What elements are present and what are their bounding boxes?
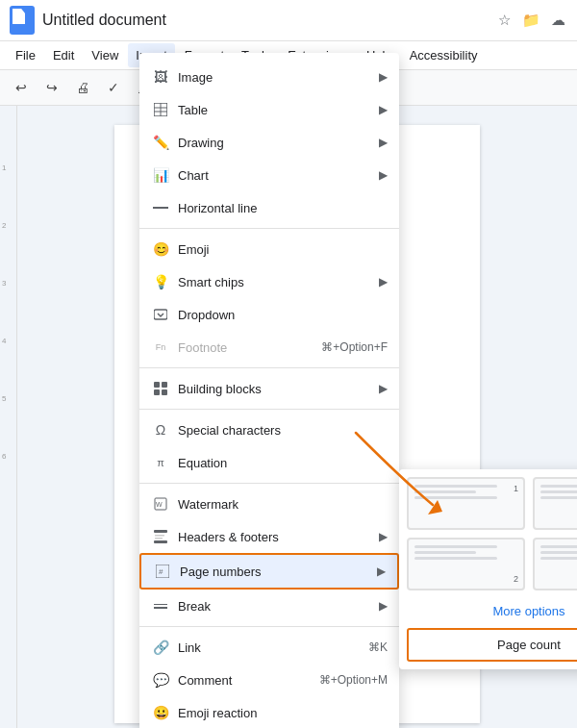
svg-rect-14 — [155, 538, 163, 540]
svg-rect-13 — [155, 535, 164, 537]
page-numbers-submenu: 1 1 2 — [399, 469, 577, 669]
menu-item-image[interactable]: 🖼 Image ▶ — [139, 61, 399, 93]
menu-item-buildingblocks[interactable]: Building blocks ▶ — [139, 372, 399, 405]
menu-file[interactable]: File — [8, 43, 43, 67]
doc-icon — [10, 6, 35, 35]
watermark-label: Watermark — [178, 497, 388, 512]
menu-section-4: Ω Special characters π Equation — [139, 410, 399, 484]
svg-rect-7 — [154, 389, 160, 395]
svg-rect-5 — [154, 382, 160, 388]
link-shortcut: ⌘K — [368, 640, 388, 654]
image-label: Image — [178, 70, 375, 85]
smartchips-arrow: ▶ — [379, 275, 388, 289]
pn-line-4 — [540, 485, 577, 488]
folder-icon[interactable]: 📁 — [521, 11, 540, 30]
menu-item-footnote: Fn Footnote ⌘+Option+F — [139, 331, 399, 364]
emoji-label: Emoji — [178, 242, 388, 257]
menu-item-drawing[interactable]: ✏️ Drawing ▶ — [139, 126, 399, 159]
menu-item-table[interactable]: Table ▶ — [139, 93, 399, 126]
emoji-icon: 😊 — [151, 239, 170, 259]
page-num-option-3[interactable]: 2 — [407, 538, 525, 590]
headersfooters-icon — [151, 527, 170, 546]
menu-item-emoji[interactable]: 😊 Emoji — [139, 233, 399, 265]
insert-dropdown-menu: 🖼 Image ▶ Table ▶ ✏️ Drawing ▶ 📊 Chart ▶… — [139, 53, 399, 728]
drawing-label: Drawing — [178, 136, 375, 150]
page-count-label: Page count — [497, 638, 561, 652]
hline-icon — [151, 198, 170, 217]
spellcheck-button[interactable]: ✓ — [100, 74, 127, 101]
menu-item-link[interactable]: 🔗 Link ⌘K — [139, 631, 399, 664]
menu-item-headersfooters[interactable]: Headers & footers ▶ — [139, 520, 399, 553]
menu-item-smartchips[interactable]: 💡 Smart chips ▶ — [139, 265, 399, 298]
menu-item-emojireaction[interactable]: 😀 Emoji reaction — [139, 696, 399, 728]
menu-item-comment[interactable]: 💬 Comment ⌘+Option+M — [139, 664, 399, 696]
buildingblocks-icon — [151, 379, 170, 398]
pn-line-1 — [414, 485, 497, 488]
menu-item-hline[interactable]: Horizontal line — [139, 191, 399, 224]
print-button[interactable]: 🖨 — [69, 74, 96, 101]
pn-line-10 — [540, 545, 577, 548]
comment-icon: 💬 — [151, 670, 170, 690]
menu-view[interactable]: View — [84, 43, 126, 67]
dropdown-label: Dropdown — [178, 308, 388, 322]
pn-line-9 — [414, 557, 497, 560]
chart-arrow: ▶ — [379, 168, 388, 182]
menu-accessibility[interactable]: Accessibility — [402, 43, 486, 67]
menu-item-chart[interactable]: 📊 Chart ▶ — [139, 159, 399, 191]
pagenumbers-arrow: ▶ — [377, 565, 386, 578]
menu-section-3: Building blocks ▶ — [139, 368, 399, 410]
svg-text:W: W — [156, 501, 163, 508]
smartchips-icon: 💡 — [151, 272, 170, 291]
menu-item-pagenumbers[interactable]: # Page numbers ▶ — [139, 553, 399, 590]
emojireaction-label: Emoji reaction — [178, 706, 388, 720]
page-number-options-grid: 1 1 2 — [407, 477, 577, 590]
menu-item-specialchars[interactable]: Ω Special characters — [139, 414, 399, 446]
redo-button[interactable]: ↪ — [38, 74, 65, 101]
page-num-option-2[interactable]: 1 — [533, 477, 577, 530]
undo-button[interactable]: ↩ — [8, 74, 35, 101]
comment-shortcut: ⌘+Option+M — [319, 673, 388, 687]
menu-section-2: 😊 Emoji 💡 Smart chips ▶ Dropdown Fn Foot… — [139, 229, 399, 368]
emojireaction-icon: 😀 — [151, 703, 170, 722]
pn-line-3 — [414, 496, 497, 499]
menu-item-break[interactable]: Break ▶ — [139, 590, 399, 622]
page-num-option-1[interactable]: 1 — [407, 477, 525, 530]
more-options-label: More options — [492, 604, 564, 618]
pn-num-3: 2 — [514, 574, 518, 584]
equation-label: Equation — [178, 456, 388, 470]
link-icon: 🔗 — [151, 638, 170, 657]
pn-line-7 — [414, 545, 497, 548]
menu-item-equation[interactable]: π Equation — [139, 446, 399, 479]
ruler-left: 1 2 3 4 5 6 — [0, 106, 17, 728]
footnote-icon: Fn — [151, 338, 170, 357]
headersfooters-label: Headers & footers — [178, 530, 375, 544]
break-icon — [151, 596, 170, 615]
cloud-icon[interactable]: ☁ — [548, 11, 567, 30]
page-count-button[interactable]: Page count — [407, 628, 577, 662]
smartchips-label: Smart chips — [178, 275, 375, 289]
svg-text:#: # — [159, 567, 163, 576]
pn-lines-2 — [540, 485, 577, 522]
page-num-option-4[interactable]: 1 — [533, 538, 577, 590]
buildingblocks-label: Building blocks — [178, 382, 375, 396]
footnote-label: Footnote — [178, 340, 314, 355]
menu-edit[interactable]: Edit — [45, 43, 82, 67]
dropdown-icon — [151, 305, 170, 324]
break-arrow: ▶ — [379, 599, 388, 613]
menu-item-dropdown[interactable]: Dropdown — [139, 298, 399, 331]
star-icon[interactable]: ☆ — [494, 11, 514, 30]
pagenumbers-label: Page numbers — [180, 565, 373, 579]
drawing-arrow: ▶ — [379, 136, 388, 149]
specialchars-label: Special characters — [178, 423, 388, 438]
equation-icon: π — [151, 453, 170, 472]
svg-rect-6 — [162, 382, 167, 388]
svg-rect-4 — [154, 310, 167, 319]
menu-item-watermark[interactable]: W Watermark — [139, 488, 399, 520]
menu-section-5: W Watermark Headers & footers ▶ # Page n… — [139, 484, 399, 627]
document-title[interactable]: Untitled document — [42, 12, 487, 29]
more-options-button[interactable]: More options — [407, 598, 577, 624]
pagenumbers-icon: # — [153, 562, 172, 581]
watermark-icon: W — [151, 494, 170, 514]
image-icon: 🖼 — [151, 67, 170, 87]
comment-label: Comment — [178, 673, 312, 688]
